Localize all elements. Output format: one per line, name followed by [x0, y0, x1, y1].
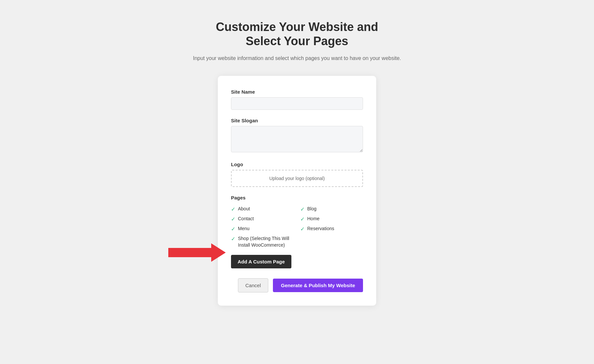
arrow-indicator	[168, 243, 226, 262]
page-label-reservations: Reservations	[307, 226, 334, 232]
page-item-contact[interactable]: ✓ Contact	[231, 216, 294, 222]
publish-button[interactable]: Generate & Publish My Website	[273, 279, 363, 292]
page-wrapper: Customize Your Website and Select Your P…	[7, 20, 587, 306]
site-name-group: Site Name	[231, 89, 363, 110]
page-label-menu: Menu	[238, 226, 249, 232]
check-icon-contact: ✓	[231, 216, 235, 222]
site-slogan-label: Site Slogan	[231, 118, 363, 123]
page-subtitle: Input your website information and selec…	[193, 54, 401, 63]
page-label-shop: Shop (Selecting This Will Install WooCom…	[238, 235, 294, 248]
page-item-about[interactable]: ✓ About	[231, 206, 294, 212]
page-label-home: Home	[307, 216, 319, 222]
site-name-label: Site Name	[231, 89, 363, 95]
site-slogan-input[interactable]	[231, 126, 363, 152]
check-icon-shop: ✓	[231, 236, 235, 242]
pages-section: Pages ✓ About ✓ Blog ✓ Contact	[231, 195, 363, 278]
page-title: Customize Your Website and Select Your P…	[193, 20, 401, 48]
page-item-blog[interactable]: ✓ Blog	[300, 206, 363, 212]
page-item-home[interactable]: ✓ Home	[300, 216, 363, 222]
page-item-shop[interactable]: ✓ Shop (Selecting This Will Install WooC…	[231, 235, 294, 248]
check-icon-about: ✓	[231, 206, 235, 212]
pages-label: Pages	[231, 195, 363, 200]
logo-group: Logo Upload your logo (optional)	[231, 162, 363, 187]
check-icon-home: ✓	[300, 216, 305, 222]
page-label-about: About	[238, 206, 250, 212]
arrow-head	[211, 243, 226, 262]
logo-label: Logo	[231, 162, 363, 167]
main-card: Site Name Site Slogan Logo Upload your l…	[218, 76, 376, 306]
check-icon-reservations: ✓	[300, 226, 305, 232]
page-label-contact: Contact	[238, 216, 254, 222]
page-header: Customize Your Website and Select Your P…	[193, 20, 401, 63]
page-item-reservations[interactable]: ✓ Reservations	[300, 226, 363, 232]
page-item-menu[interactable]: ✓ Menu	[231, 226, 294, 232]
pages-grid: ✓ About ✓ Blog ✓ Contact ✓ Home	[231, 206, 363, 248]
add-custom-page-button[interactable]: Add A Custom Page	[231, 255, 291, 268]
site-name-input[interactable]	[231, 97, 363, 110]
page-label-blog: Blog	[307, 206, 316, 212]
arrow-shaft	[168, 248, 211, 257]
check-icon-menu: ✓	[231, 226, 235, 232]
logo-upload-area[interactable]: Upload your logo (optional)	[231, 170, 363, 187]
cancel-button[interactable]: Cancel	[238, 278, 269, 292]
check-icon-blog: ✓	[300, 206, 305, 212]
site-slogan-group: Site Slogan	[231, 118, 363, 154]
footer-actions: Cancel Generate & Publish My Website	[231, 278, 363, 292]
